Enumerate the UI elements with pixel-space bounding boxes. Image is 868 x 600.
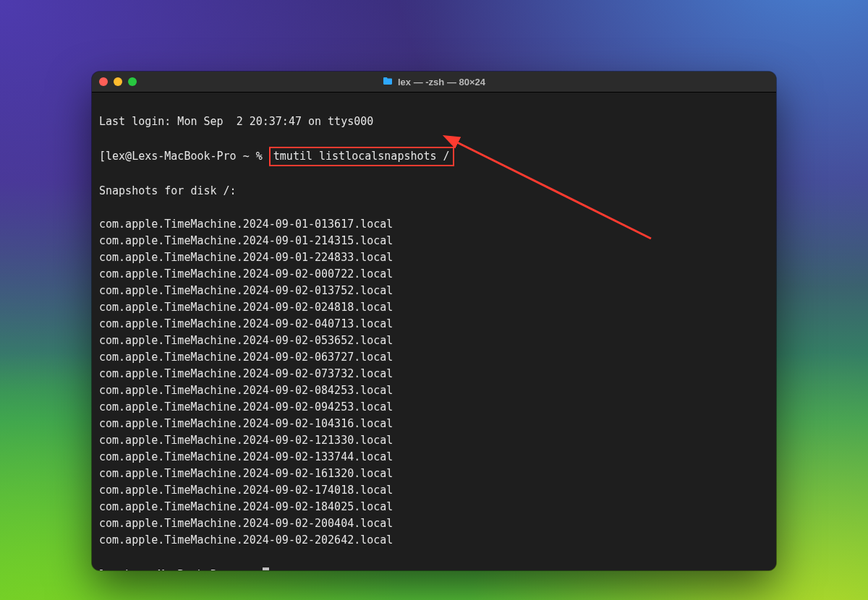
minimize-button[interactable] [114,77,122,86]
window-titlebar[interactable]: lex — -zsh — 80×24 [92,72,776,93]
snapshot-line: com.apple.TimeMachine.2024-09-02-121330.… [99,432,769,449]
snapshot-line: com.apple.TimeMachine.2024-09-02-063727.… [99,349,769,366]
snapshot-list: com.apple.TimeMachine.2024-09-01-013617.… [99,216,769,549]
close-button[interactable] [99,77,108,86]
snapshot-line: com.apple.TimeMachine.2024-09-02-104316.… [99,416,769,432]
snapshot-line: com.apple.TimeMachine.2024-09-02-040713.… [99,316,769,333]
snapshot-line: com.apple.TimeMachine.2024-09-02-084253.… [99,382,769,399]
snapshot-line: com.apple.TimeMachine.2024-09-02-000722.… [99,266,769,283]
output-header: Snapshots for disk /: [99,183,769,200]
last-login-line: Last login: Mon Sep 2 20:37:47 on ttys00… [99,113,769,130]
folder-icon [383,77,393,87]
snapshot-line: com.apple.TimeMachine.2024-09-01-013617.… [99,216,769,233]
snapshot-line: com.apple.TimeMachine.2024-09-02-200404.… [99,515,769,532]
snapshot-line: com.apple.TimeMachine.2024-09-01-224833.… [99,249,769,266]
desktop-background: lex — -zsh — 80×24 Last login: Mon Sep 2… [0,0,868,600]
maximize-button[interactable] [128,77,137,86]
window-title-text: lex — -zsh — 80×24 [398,77,485,87]
window-title: lex — -zsh — 80×24 [92,77,776,87]
terminal-window: lex — -zsh — 80×24 Last login: Mon Sep 2… [92,72,776,570]
prompt-text-2: lex@Lexs-MacBook-Pro ~ % [99,568,263,570]
snapshot-line: com.apple.TimeMachine.2024-09-02-133744.… [99,449,769,466]
snapshot-line: com.apple.TimeMachine.2024-09-01-214315.… [99,233,769,249]
snapshot-line: com.apple.TimeMachine.2024-09-02-184025.… [99,499,769,515]
snapshot-line: com.apple.TimeMachine.2024-09-02-053652.… [99,333,769,349]
snapshot-line: com.apple.TimeMachine.2024-09-02-024818.… [99,299,769,316]
snapshot-line: com.apple.TimeMachine.2024-09-02-174018.… [99,482,769,499]
snapshot-line: com.apple.TimeMachine.2024-09-02-161320.… [99,466,769,482]
prompt-line-2[interactable]: lex@Lexs-MacBook-Pro ~ % [99,565,769,570]
command-highlight-box: tmutil listlocalsnapshots / [269,147,454,166]
terminal-body[interactable]: Last login: Mon Sep 2 20:37:47 on ttys00… [92,93,776,570]
snapshot-line: com.apple.TimeMachine.2024-09-02-073732.… [99,366,769,382]
prompt-line-1: [lex@Lexs-MacBook-Pro ~ % tmutil listloc… [99,147,769,166]
traffic-lights [99,77,137,86]
prompt-text: lex@Lexs-MacBook-Pro ~ % [106,150,269,163]
cursor [263,567,269,570]
command-text: tmutil listlocalsnapshots / [273,150,450,163]
snapshot-line: com.apple.TimeMachine.2024-09-02-094253.… [99,399,769,416]
snapshot-line: com.apple.TimeMachine.2024-09-02-013752.… [99,283,769,299]
snapshot-line: com.apple.TimeMachine.2024-09-02-202642.… [99,532,769,549]
